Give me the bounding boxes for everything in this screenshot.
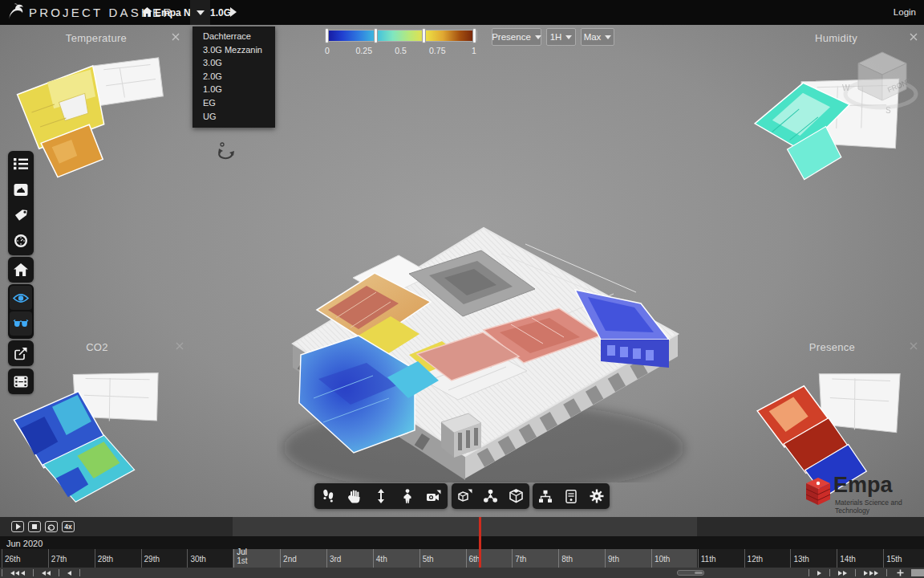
level-menu-item[interactable]: 3.0G — [192, 56, 275, 70]
home-view-button[interactable] — [8, 257, 34, 283]
metric-dropdown[interactable]: Presence — [492, 28, 541, 46]
navigation-tool-group — [314, 483, 448, 509]
xray-eye-button[interactable] — [10, 286, 32, 310]
login-button[interactable]: Login — [894, 7, 916, 17]
day-label[interactable]: 2nd — [283, 555, 297, 564]
glasses-button[interactable] — [10, 311, 32, 336]
sidebar-data-group — [8, 151, 34, 255]
day-label[interactable]: 4th — [376, 555, 387, 564]
day-label[interactable]: 7th — [515, 555, 526, 564]
level-menu-item[interactable]: 2.0G — [192, 70, 275, 83]
stop-button[interactable] — [28, 521, 41, 532]
hierarchy-icon — [538, 490, 553, 503]
level-menu-item[interactable]: Dachterrace — [192, 30, 275, 43]
timeline-selected-range[interactable] — [233, 549, 697, 568]
timeline-scrollbar[interactable] — [677, 570, 704, 576]
day-label[interactable]: 3rd — [330, 555, 341, 564]
close-icon[interactable] — [909, 341, 918, 351]
day-label[interactable]: 27th — [51, 555, 67, 564]
levels-list-button[interactable] — [8, 151, 34, 177]
speed-button[interactable]: 4x — [62, 521, 75, 532]
walk-tool-button[interactable] — [314, 483, 341, 509]
day-label[interactable]: 14th — [840, 555, 855, 564]
camera-tool-button[interactable] — [420, 483, 447, 509]
level-menu-item[interactable]: 3.0G Mezzanin — [192, 43, 275, 57]
panel-title: CO2 — [10, 341, 184, 353]
sunglasses-icon — [13, 320, 29, 328]
step-forward-button[interactable] — [817, 571, 822, 576]
sensor-gauge-button[interactable] — [8, 177, 34, 202]
timeline-corner-handle[interactable] — [911, 569, 924, 576]
export-button[interactable] — [8, 340, 34, 366]
pan-tool-button[interactable] — [341, 483, 367, 509]
legend-range-handle[interactable] — [422, 28, 426, 43]
zoom-in-timeline-button[interactable] — [897, 569, 904, 576]
interval-dropdown[interactable]: 1H — [546, 28, 576, 46]
day-label[interactable]: 8th — [561, 555, 573, 564]
settings-button[interactable] — [584, 483, 610, 509]
co2-floorplan[interactable] — [10, 356, 184, 517]
jump-end-button[interactable] — [863, 571, 879, 576]
day-tick — [558, 549, 559, 568]
day-label[interactable]: 10th — [654, 555, 670, 564]
day-label[interactable]: 28th — [98, 555, 113, 564]
explode-model-button[interactable] — [477, 483, 503, 509]
viewer-canvas[interactable]: Dachterrace3.0G Mezzanin3.0G2.0G1.0GEGUG… — [0, 25, 924, 517]
legend-range-handle[interactable] — [472, 28, 476, 43]
day-label[interactable]: 9th — [608, 555, 619, 564]
clock-gauge-button[interactable] — [8, 228, 34, 254]
timeline-days[interactable]: 26th27th28th29th30th1stJul2nd3rd4th5th6t… — [0, 549, 924, 568]
day-label[interactable]: 5th — [423, 555, 434, 564]
loop-button[interactable] — [45, 521, 58, 532]
legend-tick-label: 1 — [472, 46, 476, 55]
day-label[interactable]: 13th — [793, 555, 808, 564]
legend-range-handle[interactable] — [374, 28, 378, 43]
video-recorder-button[interactable] — [8, 368, 34, 394]
timeline-window-highlight[interactable] — [233, 517, 697, 536]
properties-panel-button[interactable] — [558, 483, 584, 509]
panel-co2: CO2 — [10, 340, 184, 517]
top-bar: PROJECT DASHER Empa NEST 1.0G Login — [0, 0, 924, 25]
model-box-button[interactable] — [504, 483, 529, 509]
brand-tagline: Materials Science and Technology — [835, 499, 921, 515]
day-tick — [48, 549, 49, 568]
viewcube[interactable]: FRONT S W — [841, 41, 921, 117]
close-icon[interactable] — [175, 341, 184, 351]
level-menu-item[interactable]: UG — [192, 110, 275, 124]
section-cube-button[interactable] — [452, 483, 477, 509]
page-forward-button[interactable] — [837, 571, 848, 576]
timeline-control-row — [0, 568, 924, 578]
tags-button[interactable] — [8, 202, 34, 228]
level-menu-item[interactable]: 1.0G — [192, 83, 275, 96]
close-icon[interactable] — [171, 32, 180, 42]
legend-range-handle[interactable] — [325, 28, 329, 43]
day-tick — [373, 549, 374, 568]
day-tick — [837, 549, 837, 568]
day-label[interactable]: 12th — [748, 555, 763, 564]
building-3d-model[interactable] — [277, 197, 694, 482]
timeline-cursor[interactable] — [479, 517, 481, 568]
legend-gradient-bar[interactable] — [326, 31, 476, 41]
temperature-floorplan[interactable] — [12, 49, 180, 197]
panel-title: Temperature — [12, 32, 180, 44]
aggregation-dropdown[interactable]: Max — [581, 28, 614, 46]
model-browser-button[interactable] — [533, 483, 558, 509]
level-play-icon[interactable] — [230, 7, 237, 17]
day-label[interactable]: 15th — [886, 555, 902, 564]
day-label[interactable]: 1st — [237, 556, 247, 565]
first-person-button[interactable] — [394, 483, 420, 509]
selected-level[interactable]: 1.0G — [210, 7, 231, 18]
step-back-button[interactable] — [67, 571, 72, 576]
day-label[interactable]: 29th — [144, 555, 160, 564]
day-tick — [744, 549, 745, 568]
home-icon — [14, 263, 28, 276]
jump-start-button[interactable] — [10, 571, 26, 576]
page-back-button[interactable] — [41, 571, 51, 576]
level-menu-item[interactable]: EG — [192, 96, 275, 110]
play-button[interactable] — [11, 521, 24, 532]
day-label[interactable]: 30th — [190, 555, 205, 564]
level-dropdown-button[interactable] — [190, 0, 210, 25]
day-label[interactable]: 11th — [701, 555, 716, 564]
zoom-tool-button[interactable] — [367, 483, 394, 509]
day-label[interactable]: 26th — [5, 555, 20, 564]
